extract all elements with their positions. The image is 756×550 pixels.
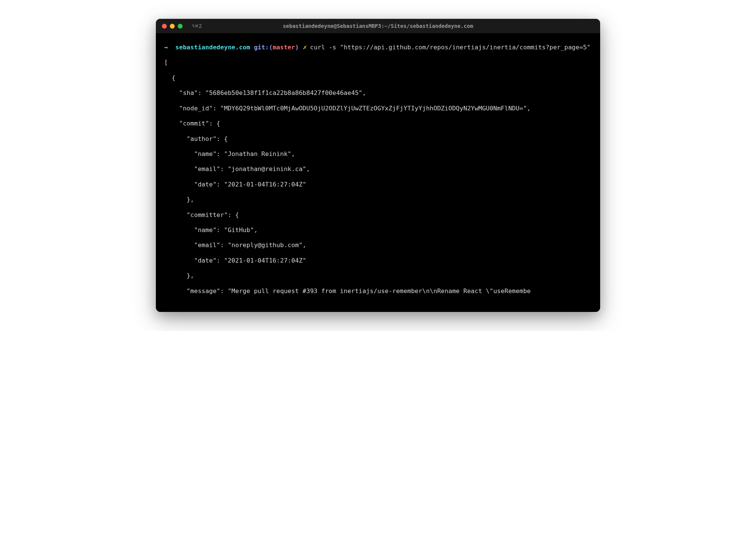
output-line: "message": "Merge pull request #393 from…: [164, 287, 531, 295]
output-line: {: [164, 74, 175, 81]
traffic-lights: [162, 24, 183, 29]
prompt-branch: master: [273, 44, 295, 51]
output-line: "author": {: [164, 135, 228, 142]
title-bar: ⌥⌘2 sebastiandedeyne@SebastiansMBP3:~/Si…: [156, 19, 600, 33]
prompt-dirty-indicator: ✗: [303, 44, 306, 51]
output-line: "node_id": "MDY6Q29tbWl0MTc0MjAwODU5OjU2…: [164, 105, 531, 112]
maximize-icon[interactable]: [178, 24, 183, 29]
output-line: "email": "jonathan@reinink.ca",: [164, 165, 310, 173]
output-line: "email": "noreply@github.com",: [164, 241, 306, 249]
output-line: "commit": {: [164, 120, 220, 127]
prompt-paren-close: ): [295, 44, 299, 51]
prompt-paren-open: (: [269, 44, 273, 51]
tab-shortcut-indicator: ⌥⌘2: [192, 23, 202, 29]
output-line: "name": "GitHub",: [164, 226, 258, 234]
output-line: "committer": {: [164, 211, 239, 218]
minimize-icon[interactable]: [170, 24, 175, 29]
output-line: },: [164, 196, 194, 203]
prompt-git-label: git:: [254, 44, 269, 51]
output-line: [: [164, 59, 168, 66]
prompt-arrow: →: [164, 44, 168, 51]
output-line: "sha": "5686eb50e138f1f1ca22b8a86b8427f0…: [164, 89, 366, 96]
command-text: curl -s "https://api.github.com/repos/in…: [310, 44, 590, 51]
close-icon[interactable]: [162, 24, 167, 29]
terminal-body[interactable]: → sebastiandedeyne.com git:(master) ✗ cu…: [156, 33, 600, 312]
output-line: "date": "2021-01-04T16:27:04Z": [164, 181, 306, 188]
window-title: sebastiandedeyne@SebastiansMBP3:~/Sites/…: [283, 23, 473, 29]
output-line: },: [164, 272, 194, 279]
terminal-window: ⌥⌘2 sebastiandedeyne@SebastiansMBP3:~/Si…: [156, 19, 600, 312]
prompt-directory: sebastiandedeyne.com: [175, 44, 250, 51]
output-line: "date": "2021-01-04T16:27:04Z": [164, 257, 306, 264]
output-line: "name": "Jonathan Reinink",: [164, 150, 295, 157]
